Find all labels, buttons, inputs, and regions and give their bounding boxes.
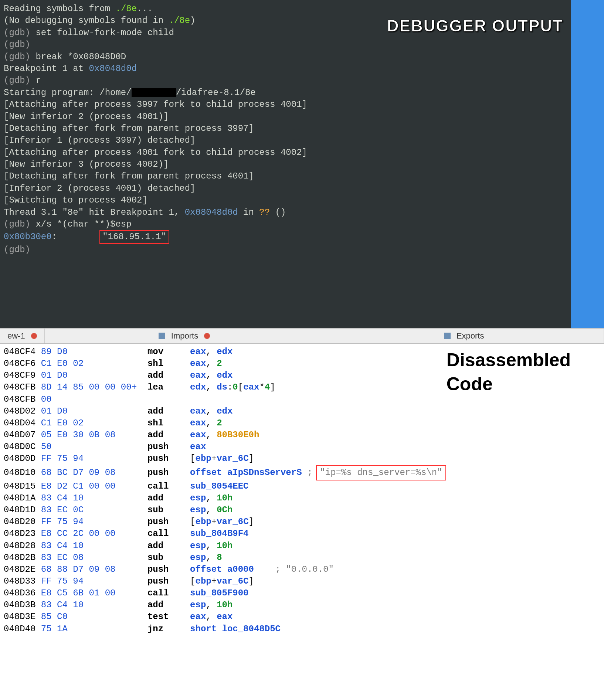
asm-address: 048CF9 <box>4 370 41 380</box>
asm-row[interactable]: 048D33 FF 75 94 push [ebp+var_6C] <box>4 575 604 587</box>
asm-row[interactable]: 048D15 E8 D2 C1 00 00 call sub_8054EEC <box>4 480 604 492</box>
asm-bytes: FF 75 94 <box>41 576 147 586</box>
asm-operand: eax <box>190 442 206 452</box>
asm-operand: 2 <box>217 359 222 368</box>
asm-row[interactable]: 048D23 E8 CC 2C 00 00 call sub_804B9F4 <box>4 528 604 540</box>
asm-operand: * <box>259 382 264 392</box>
asm-row[interactable]: 048D07 05 E0 30 0B 08 add eax, 80B30E0h <box>4 429 604 441</box>
imports-icon <box>159 333 165 339</box>
asm-operand: [ <box>190 576 195 586</box>
asm-row[interactable]: 048D0C 50 push eax <box>4 441 604 453</box>
gdb-line: [New inferior 3 (process 4002)] <box>4 159 600 170</box>
asm-operand: ] <box>270 382 275 392</box>
side-accent-bar <box>571 0 604 328</box>
asm-mnemonic: add <box>147 600 190 610</box>
asm-row[interactable]: 048D1A 83 C4 10 add esp, 10h <box>4 492 604 504</box>
asm-row[interactable]: 048D02 01 D0 add eax, edx <box>4 405 604 417</box>
asm-operand: offset a0000 <box>190 564 254 574</box>
asm-address: 048D23 <box>4 529 41 538</box>
asm-operand: , <box>206 359 217 368</box>
asm-row[interactable]: 048D36 E8 C5 6B 01 00 call sub_805F900 <box>4 587 604 599</box>
asm-operand: , <box>206 370 217 380</box>
highlighted-format-string: "ip=%s dns_server=%s\n" <box>316 465 446 480</box>
debugger-output-panel: DEBUGGER OUTPUT Reading symbols from ./8… <box>0 0 604 328</box>
asm-bytes: 8D 14 85 00 00 00+ <box>41 382 147 392</box>
tab-view-1[interactable]: ew-1 <box>0 329 45 343</box>
tab-exports[interactable]: Exports <box>324 329 604 343</box>
gdb-line: Thread 3.1 "8e" hit Breakpoint 1, 0x0804… <box>4 207 600 218</box>
asm-row[interactable]: 048D10 68 BC D7 09 08 push offset aIpSDn… <box>4 465 604 480</box>
asm-mnemonic: mov <box>147 347 190 357</box>
asm-row[interactable]: 048D20 FF 75 94 push [ebp+var_6C] <box>4 516 604 528</box>
asm-row[interactable]: 048D1D 83 EC 0C sub esp, 0Ch <box>4 504 604 516</box>
asm-operand: , <box>206 505 217 515</box>
gdb-line: [Inferior 2 (process 4001) detached] <box>4 183 600 194</box>
asm-mnemonic: call <box>147 529 190 538</box>
asm-address: 048D28 <box>4 541 41 551</box>
asm-bytes: 01 D0 <box>41 406 147 416</box>
asm-bytes: C1 E0 02 <box>41 359 147 368</box>
asm-row[interactable]: 048D2B 83 EC 08 sub esp, 8 <box>4 552 604 564</box>
asm-comment: ; <box>302 468 313 478</box>
asm-mnemonic: push <box>147 468 190 478</box>
asm-operand: esp <box>190 541 206 551</box>
asm-address: 048CF4 <box>4 347 41 357</box>
asm-bytes: 89 D0 <box>41 347 147 357</box>
asm-row[interactable]: 048D04 C1 E0 02 shl eax, 2 <box>4 417 604 429</box>
asm-operand: 4 <box>265 382 270 392</box>
asm-address: 048D10 <box>4 468 41 478</box>
asm-mnemonic: push <box>147 442 190 452</box>
asm-operand: var_6C <box>217 576 248 586</box>
asm-operand: 10h <box>217 493 233 503</box>
gdb-line: (gdb) <box>4 39 600 51</box>
close-icon[interactable] <box>31 333 37 339</box>
asm-operand: ] <box>249 453 254 463</box>
asm-operand: esp <box>190 600 206 610</box>
asm-operand: + <box>211 576 217 586</box>
asm-operand: edx <box>217 406 233 416</box>
asm-row[interactable]: 048D3B 83 C4 10 add esp, 10h <box>4 599 604 611</box>
gdb-line: [Attaching after process 3997 fork to ch… <box>4 99 600 111</box>
asm-mnemonic: call <box>147 588 190 598</box>
asm-mnemonic: test <box>147 612 190 622</box>
asm-operand: sub_8054EEC <box>190 481 248 491</box>
asm-operand: 10h <box>217 541 233 551</box>
asm-operand: , <box>206 612 217 622</box>
asm-row[interactable]: 048D2E 68 88 D7 09 08 push offset a0000 … <box>4 564 604 575</box>
asm-operand: , <box>206 493 217 503</box>
asm-operand: + <box>211 517 217 527</box>
asm-address: 048D02 <box>4 406 41 416</box>
asm-row[interactable]: 048D28 83 C4 10 add esp, 10h <box>4 540 604 552</box>
asm-operand: esp <box>190 505 206 515</box>
tab-label: ew-1 <box>7 331 25 341</box>
asm-row[interactable]: 048D0D FF 75 94 push [ebp+var_6C] <box>4 453 604 465</box>
asm-operand: edx <box>217 370 233 380</box>
asm-operand: , <box>206 406 217 416</box>
asm-mnemonic: sub <box>147 505 190 515</box>
tab-imports[interactable]: Imports <box>45 329 325 343</box>
close-icon[interactable] <box>204 333 210 339</box>
asm-mnemonic: add <box>147 493 190 503</box>
asm-operand: eax <box>190 406 206 416</box>
asm-mnemonic: add <box>147 370 190 380</box>
asm-bytes: 83 C4 10 <box>41 541 147 551</box>
asm-mnemonic: jnz <box>147 624 190 634</box>
asm-bytes: FF 75 94 <box>41 517 147 527</box>
asm-row[interactable]: 048D3E 85 C0 test eax, eax <box>4 611 604 623</box>
asm-row[interactable]: 048D40 75 1A jnz short loc_8048D5C <box>4 623 604 635</box>
asm-bytes: E8 C5 6B 01 00 <box>41 588 147 598</box>
asm-operand: , <box>206 600 217 610</box>
asm-operand: esp <box>190 493 206 503</box>
asm-operand: ] <box>249 517 254 527</box>
asm-bytes: 85 C0 <box>41 612 147 622</box>
tab-label: Exports <box>457 331 484 341</box>
tab-label: Imports <box>171 331 198 341</box>
asm-mnemonic: shl <box>147 418 190 428</box>
asm-bytes: 83 EC 08 <box>41 553 147 563</box>
gdb-line: [Attaching after process 4001 fork to ch… <box>4 147 600 159</box>
asm-bytes: E8 CC 2C 00 00 <box>41 529 147 538</box>
redacted-username <box>132 88 176 97</box>
asm-operand: , <box>206 553 217 563</box>
asm-bytes: 83 EC 0C <box>41 505 147 515</box>
asm-address: 048D33 <box>4 576 41 586</box>
